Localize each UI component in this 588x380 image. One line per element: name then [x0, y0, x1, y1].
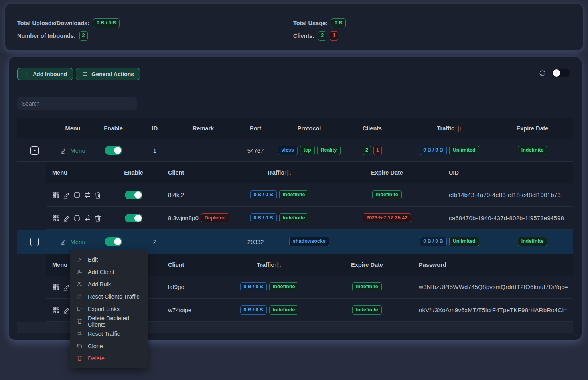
- header-protocol: Protocol: [281, 118, 337, 139]
- add-user-icon: [77, 269, 83, 275]
- reset-traffic-icon[interactable]: [83, 214, 91, 222]
- expire-badge: Indefinite: [372, 190, 402, 199]
- header-menu: Menu: [52, 118, 94, 139]
- delete-client-icon[interactable]: [94, 214, 102, 222]
- add-inbound-button[interactable]: Add Inbound: [17, 68, 73, 80]
- clients-table-header: Menu Enable Client Traffic↑|↓ Expire Dat…: [46, 162, 573, 183]
- header-expire-date: Expire Date: [491, 118, 573, 139]
- inbound-id: 1: [133, 139, 177, 161]
- client-uid: efb14b43-4a79-4e83-ef18-e48cf1901b73: [449, 183, 573, 206]
- stats-card: Total Uploads/Downloads: 0 B / 0 B Numbe…: [5, 4, 583, 50]
- menu-item-delete[interactable]: Delete: [70, 352, 148, 364]
- enable-toggle[interactable]: [125, 214, 142, 222]
- inbound-context-menu: Edit Add Client Add Bulk Reset Clients T…: [70, 250, 148, 368]
- edit-client-icon[interactable]: [63, 191, 71, 199]
- header-enable: Enable: [110, 162, 158, 183]
- add-inbound-label: Add Inbound: [33, 71, 67, 77]
- inbounds-table-header: Menu Enable ID Remark Port Protocol Clie…: [17, 118, 573, 139]
- inbound-port: 54767: [230, 139, 281, 161]
- header-port: Port: [230, 118, 281, 139]
- delete-client-icon[interactable]: [94, 191, 102, 199]
- edit-icon: [77, 256, 83, 262]
- info-icon[interactable]: [73, 191, 81, 199]
- search-input[interactable]: [17, 97, 137, 110]
- protocol-badge: vless: [278, 146, 297, 155]
- traffic-badge: 0 B / 0 B: [420, 237, 446, 246]
- pencil-icon: [60, 238, 67, 245]
- inbound-row-1[interactable]: - Menu 1 54767 vless tcp Reality 2 1 0 B…: [17, 139, 573, 162]
- total-usage-value: 0 B: [331, 18, 346, 28]
- traffic-limit-badge: Indefinite: [269, 282, 299, 291]
- traffic-badge: 0 B / 0 B: [240, 282, 267, 291]
- enable-toggle[interactable]: [105, 237, 122, 246]
- traffic-limit-badge: Indefinite: [269, 305, 299, 315]
- menu-item-clone[interactable]: Clone: [70, 340, 148, 352]
- clients-depleted-badge: 1: [373, 146, 382, 155]
- total-uploads-downloads-value: 0 B / 0 B: [93, 18, 120, 28]
- collapse-row-button[interactable]: -: [30, 238, 39, 246]
- inbound-1-clients-table: Menu Enable Client Traffic↑|↓ Expire Dat…: [46, 162, 573, 230]
- clients-stat: Clients: 2 1: [293, 31, 346, 41]
- traffic-limit-badge: Unlimited: [449, 237, 479, 246]
- clients-active-badge: 2: [363, 146, 371, 155]
- header-remark: Remark: [177, 118, 230, 139]
- edit-client-icon[interactable]: [63, 306, 71, 314]
- inbound-remark: [177, 139, 230, 161]
- menu-item-export-links[interactable]: Export Links: [70, 303, 148, 315]
- reset-traffic-icon[interactable]: [83, 191, 91, 199]
- collapse-row-button[interactable]: -: [30, 146, 39, 155]
- refresh-icon[interactable]: [539, 69, 546, 77]
- info-icon[interactable]: [73, 214, 81, 222]
- header-uid: UID: [449, 162, 573, 183]
- total-uploads-downloads-stat: Total Uploads/Downloads: 0 B / 0 B: [17, 18, 120, 28]
- toolbar: Add Inbound General Actions: [17, 68, 140, 80]
- traffic-limit-badge: Indefinite: [279, 190, 309, 199]
- inbound-menu-button[interactable]: Menu: [60, 147, 85, 154]
- number-of-inbounds-label: Number of Inbounds:: [17, 33, 76, 39]
- qr-code-icon[interactable]: [52, 283, 60, 291]
- header-traffic-sort[interactable]: Traffic↑|↓: [233, 162, 325, 183]
- qr-code-icon[interactable]: [52, 214, 60, 222]
- edit-client-icon[interactable]: [63, 214, 71, 222]
- clients-active-count: 2: [318, 31, 326, 40]
- client-row-8f4kj2[interactable]: 8f4kj2 0 B / 0 B Indefinite Indefinite e…: [46, 183, 573, 207]
- client-name: 8f4kj2: [158, 183, 233, 206]
- qr-code-icon[interactable]: [52, 306, 60, 314]
- menu-item-add-bulk[interactable]: Add Bulk: [70, 278, 148, 290]
- inbound-menu-button[interactable]: Menu: [60, 238, 85, 245]
- expire-badge: 2023-5-7 17:25:42: [363, 213, 411, 222]
- header-password: Password: [419, 254, 573, 276]
- traffic-badge: 0 B / 0 B: [420, 146, 446, 155]
- total-usage-label: Total Usage:: [293, 20, 328, 26]
- edit-client-icon[interactable]: [63, 283, 71, 291]
- clone-icon: [77, 343, 83, 349]
- menu-item-delete-depleted-clients[interactable]: Delete Depleted Clients: [70, 315, 148, 327]
- client-name: w74ioipe: [158, 299, 223, 321]
- enable-toggle[interactable]: [105, 146, 122, 155]
- qr-code-icon[interactable]: [52, 191, 60, 199]
- client-name: 8t3wjnn8p0: [168, 215, 199, 221]
- traffic-badge: 0 B / 0 B: [240, 305, 267, 315]
- inbound-port: 20332: [230, 230, 281, 254]
- header-expire-date: Expire Date: [315, 254, 419, 276]
- client-row-8t3wjnn8p0[interactable]: 8t3wjnn8p0 Depleted 0 B / 0 B Indefinite…: [46, 207, 573, 230]
- general-actions-label: General Actions: [91, 71, 134, 77]
- expire-badge: Indefinite: [352, 305, 382, 315]
- menu-item-add-client[interactable]: Add Client: [70, 266, 148, 278]
- menu-item-reset-traffic[interactable]: Reset Traffic: [70, 327, 148, 340]
- number-of-inbounds-value: 2: [79, 31, 88, 40]
- plus-icon: [23, 71, 29, 77]
- header-traffic-sort[interactable]: Traffic↑|↓: [407, 118, 491, 139]
- header-menu: Menu: [46, 162, 110, 183]
- toolbar-divider: [9, 89, 582, 89]
- menu-item-reset-clients-traffic[interactable]: Reset Clients Traffic: [70, 290, 148, 303]
- general-actions-button[interactable]: General Actions: [76, 68, 140, 80]
- menu-item-edit[interactable]: Edit: [70, 253, 148, 266]
- header-traffic-sort[interactable]: Traffic↑|↓: [223, 254, 315, 276]
- enable-toggle[interactable]: [125, 191, 142, 199]
- transport-badge: tcp: [300, 146, 315, 155]
- dark-mode-toggle[interactable]: [552, 69, 570, 77]
- expire-badge: Indefinite: [518, 146, 547, 155]
- header-id: ID: [133, 118, 177, 139]
- traffic-limit-badge: Unlimited: [449, 146, 479, 155]
